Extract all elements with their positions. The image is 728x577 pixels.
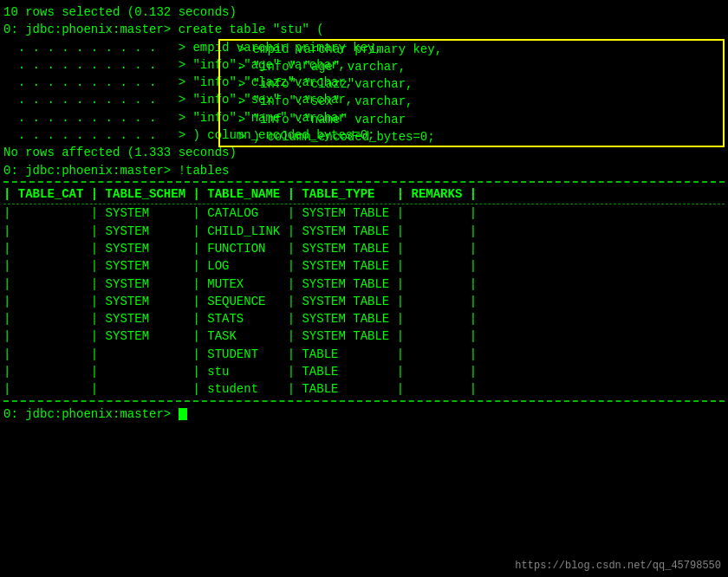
prompt-create: 0: jdbc:phoenix:master> create table "st… <box>3 21 324 38</box>
watermark: https://blog.csdn.net/qq_45798550 <box>515 560 721 572</box>
table-header: | TABLE_CAT | TABLE_SCHEM | TABLE_NAME |… <box>3 185 725 204</box>
table-body: | | SYSTEM | CATALOG | SYSTEM TABLE | | … <box>0 204 728 398</box>
bottom-separator <box>3 400 725 402</box>
top-line: 10 rows selected (0.132 seconds) <box>3 3 725 21</box>
cursor <box>179 408 187 420</box>
top-separator <box>3 181 725 183</box>
bottom-prompt: 0: jdbc:phoenix:master> <box>0 404 728 421</box>
terminal: 10 rows selected (0.132 seconds) 0: jdbc… <box>0 0 728 577</box>
prompt-tables: 0: jdbc:phoenix:master> !tables <box>3 162 725 179</box>
